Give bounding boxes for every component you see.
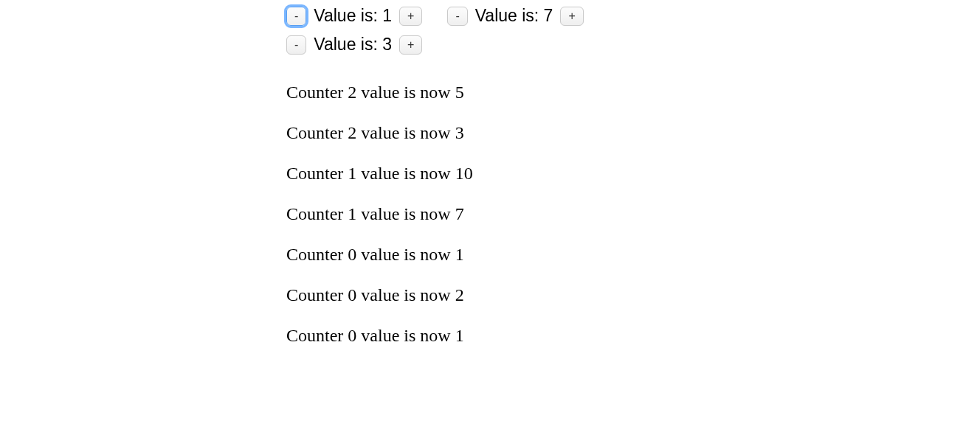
counter-2: - Value is: 3 + xyxy=(286,35,422,55)
log-entry: Counter 2 value is now 3 xyxy=(286,123,700,143)
log-entry: Counter 0 value is now 1 xyxy=(286,326,700,346)
increment-button[interactable]: + xyxy=(399,35,422,55)
increment-button[interactable]: + xyxy=(399,7,422,26)
decrement-button[interactable]: - xyxy=(447,7,467,26)
log-list: Counter 2 value is now 5 Counter 2 value… xyxy=(286,83,700,346)
counters-row: - Value is: 1 + - Value is: 7 + - Value … xyxy=(286,6,700,63)
decrement-button[interactable]: - xyxy=(286,35,306,55)
log-entry: Counter 2 value is now 5 xyxy=(286,83,700,102)
increment-button[interactable]: + xyxy=(560,7,583,26)
log-entry: Counter 0 value is now 2 xyxy=(286,285,700,305)
counter-value-label: Value is: 3 xyxy=(314,35,392,55)
log-entry: Counter 1 value is now 7 xyxy=(286,204,700,224)
log-entry: Counter 1 value is now 10 xyxy=(286,164,700,184)
counter-value-label: Value is: 7 xyxy=(475,6,553,26)
log-entry: Counter 0 value is now 1 xyxy=(286,245,700,265)
counter-0: - Value is: 1 + xyxy=(286,6,422,26)
counter-value-label: Value is: 1 xyxy=(314,6,392,26)
counter-1: - Value is: 7 + xyxy=(447,6,583,26)
decrement-button[interactable]: - xyxy=(286,7,306,26)
